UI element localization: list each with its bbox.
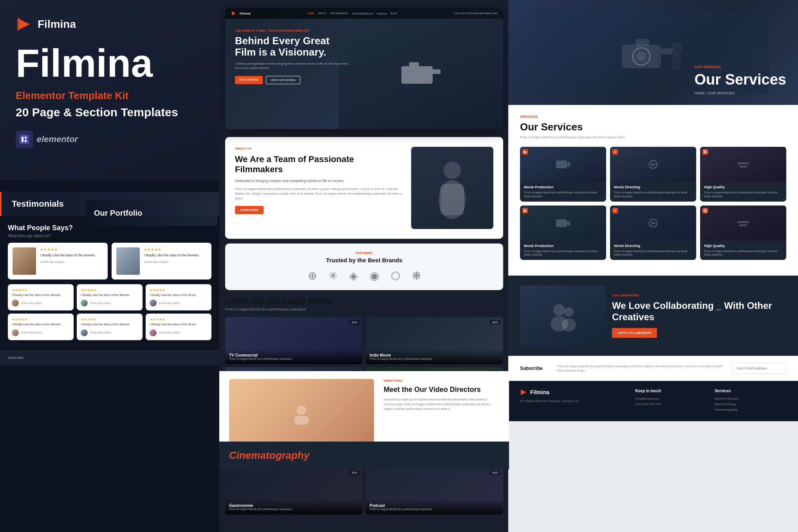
elementor-label: elementor: [37, 134, 78, 144]
footer-service-2: Movie Directing: [715, 402, 786, 406]
hero-preview: Filmina HOME ABOUT OUR SERVICES OUR PORT…: [225, 8, 503, 129]
svg-point-43: [553, 304, 565, 316]
filmina-logo-icon: [16, 16, 33, 33]
brand-logo-3: ◈: [349, 269, 358, 282]
footer-logo: Filmina: [520, 389, 627, 396]
svg-rect-3: [22, 137, 23, 142]
services-content-desc: Proin ut magna blandit arcu pellentesque…: [520, 135, 786, 139]
get-started-button[interactable]: GET STARTED: [235, 76, 263, 84]
portfolio-year-8: 2023: [490, 471, 500, 475]
portfolio-item-tv: TV Commercial Proin ut magna blandit arc…: [225, 317, 363, 364]
svg-rect-14: [441, 184, 464, 215]
portfolio-banner-title: Our Portfolio: [94, 209, 142, 218]
service-card-2-desc: Proin ut magna blandit arcu pellentesque…: [614, 191, 692, 198]
footer-contact-links: info@filmina.com (+41) 345 678 910: [635, 397, 707, 406]
footer-col2-title: Services: [715, 389, 786, 393]
svg-rect-2: [20, 135, 29, 144]
svg-point-12: [444, 162, 461, 179]
portfolio-title-7: Gastronomie: [229, 503, 359, 508]
svg-rect-21: [672, 54, 681, 70]
brands-title: Trusted by the Best Brands: [233, 257, 495, 263]
service-card-2-content: Movie Directing Proin ut magna blandit a…: [610, 182, 696, 202]
service-card-3-content: High Quality Proin ut magna blandit arcu…: [700, 182, 786, 202]
service-card-3-title: High Quality: [704, 185, 782, 189]
service-card-5-desc: Proin ut magna blandit arcu pellentesque…: [614, 249, 692, 257]
svg-rect-41: [739, 224, 747, 226]
testimonials-banner-title: Testimonials: [12, 199, 64, 209]
preview-nav-links: HOME ABOUT OUR SERVICES OUR PORTFOLIO ▾ …: [307, 12, 397, 15]
subscribe-email-input[interactable]: [731, 363, 786, 374]
service-card-1-desc: Proin ut magna blandit arcu pellentesque…: [524, 191, 602, 198]
elementor-badge: elementor: [0, 131, 219, 164]
testimonial-author-2: JOHN WILLIAMS: [144, 260, 199, 264]
svg-point-48: [297, 406, 306, 415]
service-card-3: High Quality Proin ut magna blandit arcu…: [700, 147, 786, 202]
learn-more-button[interactable]: LEARN MORE: [235, 206, 264, 214]
services-content: SERVICES Our Services Proin ut magna bla…: [508, 105, 798, 276]
svg-rect-36: [525, 210, 526, 212]
svg-rect-11: [409, 62, 419, 67]
testimonial-quote-1: I Really Like the Idea of the Movies: [40, 253, 95, 258]
hero-buttons: GET STARTED VIEW OUR WORKS: [235, 76, 352, 84]
subscribe-label: Subscribe: [520, 366, 551, 371]
services-hero-title: Our Services: [695, 71, 786, 88]
svg-rect-33: [556, 219, 567, 227]
testimonial-quote-7: I Really Like the Idea of the Movies: [81, 323, 139, 326]
portfolio-desc-2: Proin ut magna blandit arcu pellentesque…: [370, 357, 499, 360]
service-card-5-title: Movie Directing: [614, 244, 692, 248]
preview-nav-logo: Filmina: [240, 12, 251, 15]
hero-title: Behind Every Great Film is a Visionary.: [235, 35, 352, 58]
portfolio-item-podcast: Podcast Proin ut magna blandit arcu pell…: [366, 467, 503, 514]
portfolio-title-8: Podcast: [370, 503, 499, 508]
svg-rect-4: [25, 137, 27, 139]
testimonial-quote-2: I Really Like the Idea of the Movies: [144, 253, 199, 258]
directors-title: Meet the Our Video Directors: [384, 386, 499, 394]
svg-marker-0: [19, 19, 30, 30]
service-card-3-desc: Proin ut magna blandit arcu pellentesque…: [704, 191, 782, 198]
portfolio-item-indie: Indie Movie Proin ut magna blandit arcu …: [366, 317, 503, 364]
directors-tag: DIRECTORS: [384, 379, 499, 382]
svg-rect-30: [739, 166, 747, 168]
portfolio-banner: Our Portfolio: [86, 200, 217, 226]
footer-col-keep-in-touch: Keep in touch info@filmina.com (+41) 345…: [635, 389, 707, 413]
svg-point-9: [413, 71, 421, 79]
subscribe-section: Subscribe Proin ut magna blandit arcu pe…: [508, 356, 798, 381]
svg-point-44: [564, 307, 574, 317]
svg-point-17: [637, 52, 646, 61]
footer-col1-title: Keep in touch: [635, 389, 707, 393]
directors-content: DIRECTORS Meet the Our Video Directors O…: [380, 379, 499, 449]
footer-services-links: Movie Production Movie Directing Cinemat…: [715, 397, 786, 411]
portfolio-desc-8: Proin ut magna blandit arcu pellentesque…: [370, 508, 499, 510]
preview-nav-contact: (+41) 345 678 910 INFO@FILMINA.COM: [454, 12, 497, 14]
svg-rect-19: [636, 39, 649, 46]
testimonial-quote-6: I Really Like the Idea of the Movies: [12, 323, 70, 326]
services-content-tag: SERVICES: [520, 115, 786, 119]
footer-logo-text: Filmina: [530, 389, 549, 395]
brand-logo-6: ❋: [412, 269, 421, 282]
services-hero-overlay: OUR SERVICES Our Services HOME / OUR SER…: [683, 55, 798, 105]
logo-text: Filmina: [38, 18, 76, 31]
collab-button[interactable]: LET'S COLLABORATE: [612, 328, 657, 338]
testimonial-quote-8: I Really Like the Idea of the M.ies: [150, 323, 208, 326]
brands-section: PARTNERS Trusted by the Best Brands ⊕ ✳ …: [225, 243, 503, 290]
about-photo: [411, 147, 493, 229]
svg-rect-5: [25, 140, 27, 142]
logo-area: Filmina: [0, 0, 219, 41]
about-tag: ABOUT US: [235, 147, 403, 150]
cinematography-label: Cinematography: [229, 449, 309, 462]
svg-point-42: [704, 209, 706, 212]
portfolio-desc-1: Proin ut magna blandit arcu pellentesque…: [229, 357, 359, 360]
about-text: ABOUT US We Are a Team of Passionate Fil…: [235, 147, 403, 229]
svg-point-46: [562, 318, 576, 332]
latest-works-header: Check Out Our Latest Works Proin ut magn…: [225, 295, 503, 313]
portfolio-desc-7: Proin ut magna blandit arcu pellentesque…: [229, 508, 359, 510]
portfolio-year-2: 2023: [490, 320, 500, 325]
service-card-2: Movie Directing Proin ut magna blandit a…: [610, 147, 696, 202]
svg-rect-49: [294, 416, 309, 425]
view-works-button[interactable]: VIEW OUR WORKS: [266, 76, 300, 84]
left-subscribe-label: Subscribe: [8, 356, 211, 360]
hero-text-content: ONE SCENE AT A TIME – THE MOVIE MAKER DI…: [235, 29, 352, 84]
portfolio-title-1: TV Commercial: [229, 353, 359, 357]
footer-section: Filmina 217 Market Street San Francisco,…: [508, 381, 798, 421]
footer-service-1: Movie Production: [715, 397, 786, 400]
